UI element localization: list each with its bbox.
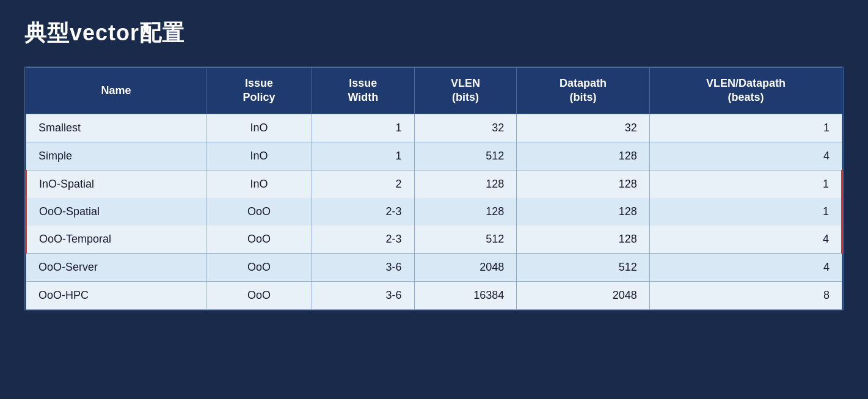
table-cell: 2 — [312, 170, 414, 198]
table-cell: 1 — [649, 114, 842, 142]
table-cell: 8 — [649, 281, 842, 309]
table-cell: 3-6 — [312, 253, 414, 281]
table-cell: 512 — [414, 142, 517, 170]
table-row: SimpleInO15121284 — [26, 142, 842, 170]
table-cell: Smallest — [26, 114, 206, 142]
table-row: OoO-TemporalOoO2-35121284 — [26, 225, 842, 254]
table-cell: InO-Spatial — [26, 170, 206, 198]
table-row: OoO-SpatialOoO2-31281281 — [26, 198, 842, 225]
table-row: OoO-ServerOoO3-620485124 — [26, 253, 842, 281]
table-cell: 4 — [649, 225, 842, 254]
table-cell: InO — [206, 114, 312, 142]
table-cell: OoO — [206, 253, 312, 281]
table-cell: 1 — [312, 114, 414, 142]
col-header-datapath: Datapath(bits) — [517, 68, 649, 114]
table-cell: 4 — [649, 142, 842, 170]
table-cell: OoO — [206, 225, 312, 254]
col-header-issue-width: IssueWidth — [312, 68, 414, 114]
vector-config-table: Name IssuePolicy IssueWidth VLEN(bits) D… — [25, 67, 843, 310]
table-row: InO-SpatialInO21281281 — [26, 170, 842, 198]
table-cell: 512 — [517, 253, 649, 281]
table-cell: OoO-HPC — [26, 281, 206, 309]
table-cell: 1 — [312, 142, 414, 170]
table-cell: OoO-Spatial — [26, 198, 206, 225]
table-cell: 32 — [517, 114, 649, 142]
table-cell: 3-6 — [312, 281, 414, 309]
table-cell: OoO-Server — [26, 253, 206, 281]
col-header-vlen-datapath: VLEN/Datapath(beats) — [649, 68, 842, 114]
col-header-vlen: VLEN(bits) — [414, 68, 517, 114]
table-cell: 4 — [649, 253, 842, 281]
table-cell: 2048 — [517, 281, 649, 309]
table-cell: 16384 — [414, 281, 517, 309]
table-row: SmallestInO132321 — [26, 114, 842, 142]
table-cell: 128 — [414, 198, 517, 225]
main-table-container: Name IssuePolicy IssueWidth VLEN(bits) D… — [24, 67, 844, 310]
table-cell: 128 — [414, 170, 517, 198]
table-cell: 1 — [649, 198, 842, 225]
table-cell: InO — [206, 142, 312, 170]
table-cell: 512 — [414, 225, 517, 254]
table-cell: 128 — [517, 198, 649, 225]
table-cell: 2-3 — [312, 225, 414, 254]
table-cell: 128 — [517, 225, 649, 254]
table-cell: 32 — [414, 114, 517, 142]
table-cell: OoO-Temporal — [26, 225, 206, 254]
table-cell: 128 — [517, 142, 649, 170]
page-title: 典型vector配置 — [24, 18, 844, 48]
col-header-name: Name — [26, 68, 206, 114]
table-cell: InO — [206, 170, 312, 198]
table-cell: 128 — [517, 170, 649, 198]
table-cell: 2-3 — [312, 198, 414, 225]
col-header-issue-policy: IssuePolicy — [206, 68, 312, 114]
table-cell: 1 — [649, 170, 842, 198]
table-row: OoO-HPCOoO3-61638420488 — [26, 281, 842, 309]
table-cell: Simple — [26, 142, 206, 170]
table-header-row: Name IssuePolicy IssueWidth VLEN(bits) D… — [26, 68, 842, 114]
table-cell: OoO — [206, 281, 312, 309]
table-cell: 2048 — [414, 253, 517, 281]
table-cell: OoO — [206, 198, 312, 225]
